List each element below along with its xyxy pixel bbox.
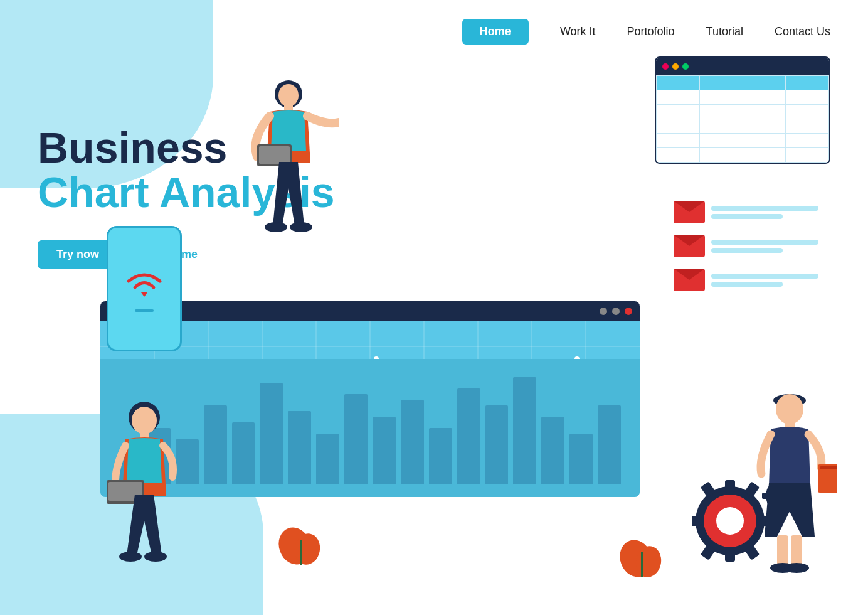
dot-gray-2 [612, 308, 620, 315]
bar-chart-bar [457, 388, 480, 484]
table-data-cell [743, 119, 786, 133]
table-header-cell [700, 76, 743, 90]
svg-rect-49 [692, 516, 702, 526]
svg-point-44 [784, 563, 809, 573]
email-line [711, 282, 783, 287]
table-panel [655, 56, 830, 164]
svg-rect-47 [725, 549, 735, 562]
person-right-figure [743, 377, 837, 584]
svg-point-55 [716, 507, 744, 535]
table-data-cell [743, 148, 786, 162]
table-data-cell [700, 148, 743, 162]
bar-chart-bar [541, 417, 564, 484]
table-data-cell [657, 148, 699, 162]
plant-svg [276, 508, 326, 565]
svg-point-30 [132, 407, 157, 434]
email-line [711, 274, 818, 279]
plant-right [617, 521, 667, 577]
svg-rect-40 [820, 466, 837, 469]
email-icon-1 [674, 201, 705, 223]
table-data-cell [743, 105, 786, 119]
phone-bottom-bar [135, 309, 154, 312]
email-line [711, 240, 818, 245]
email-icon-3 [674, 269, 705, 291]
navigation: Home Work It Portofolio Tutorial Contact… [0, 0, 868, 63]
table-data-cell [700, 105, 743, 119]
nav-item-workit[interactable]: Work It [560, 25, 596, 38]
email-lines-1 [711, 206, 830, 219]
dot-red-header [625, 308, 632, 315]
dot-green [682, 63, 689, 70]
person-top-svg [238, 63, 339, 282]
plant-left [276, 508, 326, 565]
bar-chart-bar [485, 405, 509, 484]
svg-rect-41 [777, 535, 788, 567]
email-lines-3 [711, 274, 830, 287]
table-header-cell [657, 76, 699, 90]
bar-chart-bar [288, 411, 311, 484]
phone-widget [107, 226, 182, 351]
bar-chart-bar [513, 377, 536, 484]
plant-right-svg [617, 521, 667, 577]
table-data-cell [786, 90, 828, 104]
email-line [711, 214, 783, 219]
svg-rect-46 [725, 480, 735, 493]
table-data-cell [657, 105, 699, 119]
nav-item-contact[interactable]: Contact Us [775, 25, 830, 38]
table-data-cell [786, 134, 828, 147]
email-line [711, 248, 783, 253]
dot-gray-1 [600, 308, 607, 315]
table-data-cell [786, 119, 828, 133]
person-top-figure [238, 63, 339, 282]
table-data-cell [657, 119, 699, 133]
dot-red [662, 63, 669, 70]
email-panel [674, 201, 830, 302]
table-data-cell [743, 90, 786, 104]
bar-chart-bar [232, 422, 255, 484]
svg-point-23 [278, 84, 299, 107]
table-data-cell [700, 119, 743, 133]
email-row-3 [674, 269, 830, 291]
bar-chart-bar [260, 383, 283, 484]
email-lines-2 [711, 240, 830, 253]
bar-chart-bar [569, 434, 593, 484]
svg-point-34 [119, 552, 142, 562]
nav-item-home[interactable]: Home [462, 19, 529, 45]
table-header-cell [786, 76, 828, 90]
table-grid [656, 75, 829, 163]
table-data-cell [786, 148, 828, 162]
bar-chart-bar [316, 434, 339, 484]
bar-chart-bar [344, 394, 368, 484]
email-line [711, 206, 818, 211]
email-icon-2 [674, 235, 705, 257]
bar-chart-bar [373, 417, 396, 484]
svg-point-35 [144, 552, 167, 562]
bar-chart-bar [204, 405, 227, 484]
svg-rect-42 [791, 535, 802, 567]
table-data-cell [700, 90, 743, 104]
person-right-svg [743, 377, 837, 584]
svg-point-28 [290, 222, 312, 232]
table-data-cell [786, 105, 828, 119]
bar-chart-bar [429, 428, 452, 484]
bar-chart-area [119, 359, 621, 484]
bar-chart-bar [598, 405, 621, 484]
email-row-2 [674, 235, 830, 257]
nav-item-portfolio[interactable]: Portofolio [627, 25, 675, 38]
wifi-icon-svg [122, 265, 166, 303]
dot-yellow [672, 63, 679, 70]
table-data-cell [743, 134, 786, 147]
try-now-button[interactable]: Try now [38, 240, 118, 269]
table-data-cell [657, 134, 699, 147]
table-header-cell [743, 76, 786, 90]
person-left-figure [100, 389, 188, 577]
svg-point-37 [776, 394, 803, 424]
email-row-1 [674, 201, 830, 223]
nav-items: Home Work It Portofolio Tutorial Contact… [462, 19, 830, 45]
nav-item-tutorial[interactable]: Tutorial [706, 25, 743, 38]
table-data-cell [700, 134, 743, 147]
svg-point-27 [265, 222, 287, 232]
bar-chart-bar [401, 400, 424, 484]
svg-rect-26 [259, 146, 290, 164]
person-left-svg [100, 389, 188, 577]
